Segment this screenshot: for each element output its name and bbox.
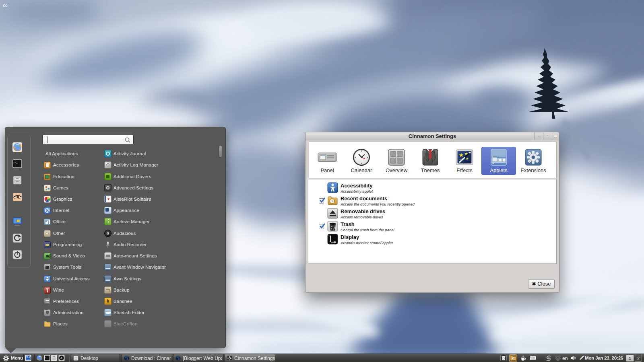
svg-text:a: a [60,356,62,360]
svg-text:>_: >_ [45,357,48,359]
svg-text:>_: >_ [14,161,18,164]
svg-text:∞: ∞ [3,2,8,9]
